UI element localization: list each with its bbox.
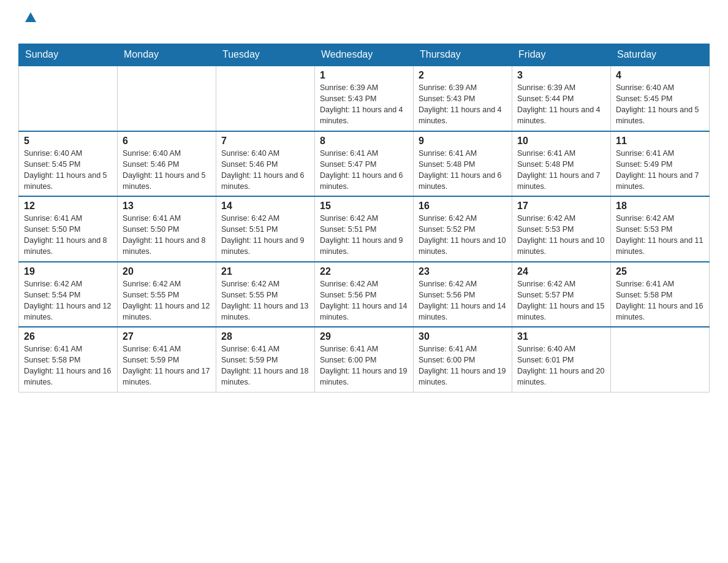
weekday-header-tuesday: Tuesday (216, 44, 315, 66)
day-info: Sunrise: 6:42 AMSunset: 5:55 PMDaylight:… (123, 278, 211, 323)
calendar-cell: 13Sunrise: 6:41 AMSunset: 5:50 PMDayligh… (118, 196, 216, 262)
day-number: 4 (616, 70, 704, 81)
calendar-cell: 27Sunrise: 6:41 AMSunset: 5:59 PMDayligh… (118, 327, 216, 392)
calendar-cell: 24Sunrise: 6:42 AMSunset: 5:57 PMDayligh… (512, 262, 611, 327)
day-number: 18 (616, 201, 704, 212)
calendar-cell: 19Sunrise: 6:42 AMSunset: 5:54 PMDayligh… (19, 262, 118, 327)
calendar-cell: 26Sunrise: 6:41 AMSunset: 5:58 PMDayligh… (19, 327, 118, 392)
weekday-header-thursday: Thursday (414, 44, 512, 66)
day-info: Sunrise: 6:42 AMSunset: 5:51 PMDaylight:… (320, 213, 408, 258)
calendar-cell: 5Sunrise: 6:40 AMSunset: 5:45 PMDaylight… (19, 131, 118, 197)
day-number: 9 (419, 136, 507, 147)
day-number: 29 (320, 331, 408, 342)
calendar-cell: 23Sunrise: 6:42 AMSunset: 5:56 PMDayligh… (414, 262, 512, 327)
calendar-cell: 30Sunrise: 6:41 AMSunset: 6:00 PMDayligh… (414, 327, 512, 392)
calendar-cell: 31Sunrise: 6:40 AMSunset: 6:01 PMDayligh… (512, 327, 611, 392)
day-number: 10 (517, 136, 605, 147)
weekday-header-sunday: Sunday (19, 44, 118, 66)
day-info: Sunrise: 6:40 AMSunset: 5:45 PMDaylight:… (616, 82, 704, 127)
day-info: Sunrise: 6:41 AMSunset: 5:48 PMDaylight:… (517, 148, 605, 193)
day-number: 20 (123, 266, 211, 277)
week-row-4: 19Sunrise: 6:42 AMSunset: 5:54 PMDayligh… (19, 262, 710, 327)
day-info: Sunrise: 6:41 AMSunset: 5:58 PMDaylight:… (616, 278, 704, 323)
weekday-header-friday: Friday (512, 44, 611, 66)
calendar-cell (216, 66, 315, 131)
day-number: 30 (419, 331, 507, 342)
calendar-cell: 2Sunrise: 6:39 AMSunset: 5:43 PMDaylight… (414, 66, 512, 131)
calendar-cell (19, 66, 118, 131)
day-info: Sunrise: 6:41 AMSunset: 5:59 PMDaylight:… (221, 343, 309, 388)
day-number: 22 (320, 266, 408, 277)
day-info: Sunrise: 6:39 AMSunset: 5:44 PMDaylight:… (517, 82, 605, 127)
day-info: Sunrise: 6:41 AMSunset: 6:00 PMDaylight:… (320, 343, 408, 388)
page-header (18, 12, 710, 37)
day-info: Sunrise: 6:40 AMSunset: 6:01 PMDaylight:… (517, 343, 605, 388)
day-info: Sunrise: 6:41 AMSunset: 5:58 PMDaylight:… (24, 343, 112, 388)
day-number: 11 (616, 136, 704, 147)
calendar-cell: 11Sunrise: 6:41 AMSunset: 5:49 PMDayligh… (611, 131, 710, 197)
day-info: Sunrise: 6:41 AMSunset: 5:47 PMDaylight:… (320, 148, 408, 193)
calendar-cell: 21Sunrise: 6:42 AMSunset: 5:55 PMDayligh… (216, 262, 315, 327)
calendar-cell: 29Sunrise: 6:41 AMSunset: 6:00 PMDayligh… (315, 327, 414, 392)
day-info: Sunrise: 6:40 AMSunset: 5:46 PMDaylight:… (221, 148, 309, 193)
day-info: Sunrise: 6:40 AMSunset: 5:45 PMDaylight:… (24, 148, 112, 193)
week-row-5: 26Sunrise: 6:41 AMSunset: 5:58 PMDayligh… (19, 327, 710, 392)
day-info: Sunrise: 6:42 AMSunset: 5:56 PMDaylight:… (320, 278, 408, 323)
calendar-cell: 9Sunrise: 6:41 AMSunset: 5:48 PMDaylight… (414, 131, 512, 197)
day-number: 6 (123, 136, 211, 147)
calendar-cell: 7Sunrise: 6:40 AMSunset: 5:46 PMDaylight… (216, 131, 315, 197)
calendar-cell: 22Sunrise: 6:42 AMSunset: 5:56 PMDayligh… (315, 262, 414, 327)
day-number: 2 (419, 70, 507, 81)
weekday-header-wednesday: Wednesday (315, 44, 414, 66)
calendar-cell: 28Sunrise: 6:41 AMSunset: 5:59 PMDayligh… (216, 327, 315, 392)
day-number: 27 (123, 331, 211, 342)
logo (18, 12, 42, 37)
calendar-cell (118, 66, 216, 131)
calendar-cell (611, 327, 710, 392)
calendar-cell: 10Sunrise: 6:41 AMSunset: 5:48 PMDayligh… (512, 131, 611, 197)
day-number: 25 (616, 266, 704, 277)
day-info: Sunrise: 6:42 AMSunset: 5:51 PMDaylight:… (221, 213, 309, 258)
day-number: 26 (24, 331, 112, 342)
weekday-header-row: SundayMondayTuesdayWednesdayThursdayFrid… (19, 44, 710, 66)
calendar-cell: 6Sunrise: 6:40 AMSunset: 5:46 PMDaylight… (118, 131, 216, 197)
day-info: Sunrise: 6:39 AMSunset: 5:43 PMDaylight:… (419, 82, 507, 127)
calendar-table: SundayMondayTuesdayWednesdayThursdayFrid… (18, 44, 710, 393)
day-number: 14 (221, 201, 309, 212)
day-info: Sunrise: 6:41 AMSunset: 5:50 PMDaylight:… (123, 213, 211, 258)
day-number: 24 (517, 266, 605, 277)
calendar-cell: 16Sunrise: 6:42 AMSunset: 5:52 PMDayligh… (414, 196, 512, 262)
day-number: 5 (24, 136, 112, 147)
day-number: 23 (419, 266, 507, 277)
calendar-cell: 12Sunrise: 6:41 AMSunset: 5:50 PMDayligh… (19, 196, 118, 262)
day-info: Sunrise: 6:42 AMSunset: 5:57 PMDaylight:… (517, 278, 605, 323)
week-row-2: 5Sunrise: 6:40 AMSunset: 5:45 PMDaylight… (19, 131, 710, 197)
calendar-cell: 8Sunrise: 6:41 AMSunset: 5:47 PMDaylight… (315, 131, 414, 197)
day-info: Sunrise: 6:40 AMSunset: 5:46 PMDaylight:… (123, 148, 211, 193)
week-row-3: 12Sunrise: 6:41 AMSunset: 5:50 PMDayligh… (19, 196, 710, 262)
day-number: 7 (221, 136, 309, 147)
calendar-cell: 4Sunrise: 6:40 AMSunset: 5:45 PMDaylight… (611, 66, 710, 131)
day-number: 31 (517, 331, 605, 342)
day-info: Sunrise: 6:41 AMSunset: 6:00 PMDaylight:… (419, 343, 507, 388)
day-info: Sunrise: 6:42 AMSunset: 5:55 PMDaylight:… (221, 278, 309, 323)
day-info: Sunrise: 6:41 AMSunset: 5:48 PMDaylight:… (419, 148, 507, 193)
day-info: Sunrise: 6:42 AMSunset: 5:53 PMDaylight:… (517, 213, 605, 258)
day-number: 17 (517, 201, 605, 212)
day-info: Sunrise: 6:41 AMSunset: 5:49 PMDaylight:… (616, 148, 704, 193)
day-number: 12 (24, 201, 112, 212)
day-number: 8 (320, 136, 408, 147)
day-info: Sunrise: 6:42 AMSunset: 5:52 PMDaylight:… (419, 213, 507, 258)
calendar-cell: 20Sunrise: 6:42 AMSunset: 5:55 PMDayligh… (118, 262, 216, 327)
day-number: 13 (123, 201, 211, 212)
day-info: Sunrise: 6:42 AMSunset: 5:53 PMDaylight:… (616, 213, 704, 258)
calendar-cell: 15Sunrise: 6:42 AMSunset: 5:51 PMDayligh… (315, 196, 414, 262)
calendar-cell: 3Sunrise: 6:39 AMSunset: 5:44 PMDaylight… (512, 66, 611, 131)
day-info: Sunrise: 6:41 AMSunset: 5:59 PMDaylight:… (123, 343, 211, 388)
calendar-cell: 1Sunrise: 6:39 AMSunset: 5:43 PMDaylight… (315, 66, 414, 131)
day-info: Sunrise: 6:41 AMSunset: 5:50 PMDaylight:… (24, 213, 112, 258)
day-info: Sunrise: 6:39 AMSunset: 5:43 PMDaylight:… (320, 82, 408, 127)
day-number: 15 (320, 201, 408, 212)
day-number: 1 (320, 70, 408, 81)
week-row-1: 1Sunrise: 6:39 AMSunset: 5:43 PMDaylight… (19, 66, 710, 131)
